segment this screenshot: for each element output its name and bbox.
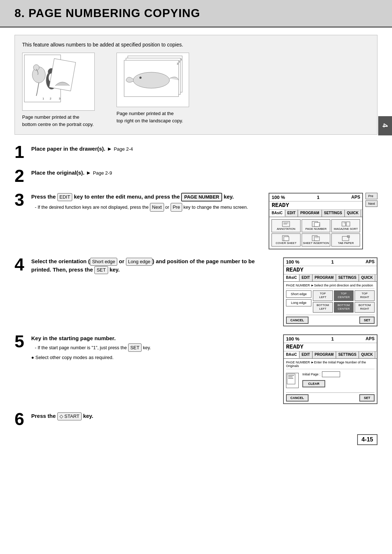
doc-icon: 1 xyxy=(286,373,299,388)
tab-program-3[interactable]: PROGRAM xyxy=(313,351,336,358)
intro-box: This feature allows numbers to be added … xyxy=(15,35,377,135)
step-content-3: Press the EDIT key to enter the edit men… xyxy=(31,193,377,249)
screen-3-ready: READY xyxy=(284,343,377,351)
screen-3-tabs: BAsiC EDIT PROGRAM SETTINGS QUICK xyxy=(284,351,377,359)
screen-2-mockup: 100 % 1 APS READY BAsiC EDIT PROGRAM SET… xyxy=(283,257,377,326)
screen-1-tabs: BAsiC EDIT PROGRAM SETTINGS QUICK xyxy=(269,210,362,217)
ip-initial-label: Initial Page : xyxy=(302,372,320,376)
next-btn[interactable]: Next xyxy=(366,200,377,207)
screen-3-copies: 1 xyxy=(331,336,334,342)
svg-rect-33 xyxy=(314,237,319,241)
tab-paper-btn[interactable]: TAB PAPER xyxy=(331,233,360,247)
tab-basic[interactable]: BAsiC xyxy=(269,210,285,217)
pre-key-inline: Pre xyxy=(171,203,182,212)
step-4-main: Select the orientation (Short edge or Lo… xyxy=(31,257,276,274)
svg-rect-38 xyxy=(288,375,294,376)
tab-settings-2[interactable]: SETTINGS xyxy=(336,274,359,281)
tab-quick[interactable]: QUICK xyxy=(345,210,361,217)
step-3-main: Press the EDIT key to enter the edit men… xyxy=(31,193,261,201)
tab-settings[interactable]: SETTINGS xyxy=(322,210,345,217)
step-4-with-screen: Select the orientation (Short edge or Lo… xyxy=(31,257,377,326)
next-key-inline: Next xyxy=(150,203,164,212)
screen-1-aps: APS xyxy=(351,195,360,200)
tab-edit-2[interactable]: EDIT xyxy=(299,274,313,281)
tab-basic-3[interactable]: BAsiC xyxy=(284,351,299,358)
step-content-5: Key in the starting page number. - If th… xyxy=(31,334,377,404)
step-number-4: 4 xyxy=(15,256,28,273)
bottom-center-btn[interactable]: BOTTOMCENTER xyxy=(334,302,354,313)
screen-1-body: ANNOTATION 12 PAGE NUMBER MAGAZINE SORT xyxy=(269,217,362,249)
long-edge-btn[interactable]: Long edge xyxy=(286,299,311,306)
tab-program[interactable]: PROGRAM xyxy=(298,210,322,217)
screen-1-mockup: 100 % 1 APS READY BAsiC EDIT PROGRAM SET… xyxy=(269,193,363,249)
ip-initial-section: Initial Page : CLEAR xyxy=(302,371,375,390)
svg-rect-39 xyxy=(288,376,293,377)
tab-quick-2[interactable]: QUICK xyxy=(359,274,375,281)
step-5-main: Key in the starting page number. xyxy=(31,334,276,342)
set-btn-3[interactable]: SET xyxy=(359,394,375,402)
ip-input-box[interactable] xyxy=(322,371,340,377)
edit-key: EDIT xyxy=(57,193,73,201)
portrait-example: 1 2 xyxy=(22,53,95,128)
cancel-btn-3[interactable]: CANCEL xyxy=(286,394,309,402)
short-edge-key: Short edge xyxy=(90,258,118,266)
top-center-btn[interactable]: TOPCENTER xyxy=(334,290,354,301)
magazine-sort-btn[interactable]: MAGAZINE SORT xyxy=(331,219,360,232)
step-number-2: 2 xyxy=(15,167,28,185)
annotation-btn[interactable]: ANNOTATION xyxy=(271,219,300,232)
screen-1-copies: 1 xyxy=(317,195,319,200)
sheet-insertion-btn[interactable]: SHEET INSERTION xyxy=(302,233,330,247)
svg-text:1: 1 xyxy=(180,58,182,61)
top-left-btn[interactable]: TOPLEFT xyxy=(313,290,333,301)
screen-3-mockup: 100 % 1 APS READY BAsiC EDIT PROGRAM SET… xyxy=(283,334,377,404)
screen-1-status: 100 % 1 APS xyxy=(269,194,362,201)
cover-sheet-btn[interactable]: COVER SHEET xyxy=(271,233,300,247)
page-number-key: PAGE NUMBER xyxy=(181,193,222,201)
step-5: 5 Key in the starting page number. - If … xyxy=(15,334,377,404)
tab-quick-3[interactable]: QUICK xyxy=(359,351,375,358)
tab-basic-2[interactable]: BAsiC xyxy=(284,274,299,281)
svg-point-19 xyxy=(139,77,142,79)
bottom-right-btn[interactable]: BOTTOMRIGHT xyxy=(355,302,375,313)
pn-grid: Short edge Long edge TOPLEFT TOPCENTER T… xyxy=(286,290,375,313)
step-1-text: Place paper in the drawer(s). ► Page 2-4 xyxy=(31,145,377,152)
svg-rect-27 xyxy=(342,222,346,226)
screen-2-container: 100 % 1 APS READY BAsiC EDIT PROGRAM SET… xyxy=(283,257,377,326)
set-btn-2[interactable]: SET xyxy=(359,317,375,324)
set-key-4: SET xyxy=(94,266,108,274)
step-content-1: Place paper in the drawer(s). ► Page 2-4 xyxy=(31,145,377,154)
pn-edge-buttons: Short edge Long edge xyxy=(286,290,311,313)
svg-rect-40 xyxy=(288,378,293,379)
screen-2-aps: APS xyxy=(366,259,375,265)
intro-description: This feature allows numbers to be added … xyxy=(22,42,370,48)
tab-settings-3[interactable]: SETTINGS xyxy=(336,351,359,358)
tab-program-2[interactable]: PROGRAM xyxy=(313,274,336,281)
pn-positions-grid: TOPLEFT TOPCENTER TOPRIGHT BOTTOMLEFT BO… xyxy=(313,290,375,313)
landscape-image: 1 2 3 xyxy=(117,53,189,107)
screen-3-body: PAGE NUMBER ►Enter the Initial Page Numb… xyxy=(284,359,377,403)
pre-btn[interactable]: Pre xyxy=(366,193,377,199)
screen-1-container: 100 % 1 APS READY BAsiC EDIT PROGRAM SET… xyxy=(269,193,377,249)
step-3-text-part: Press the EDIT key to enter the edit men… xyxy=(31,193,261,212)
screen-2-percent: 100 % xyxy=(286,259,299,265)
short-edge-btn[interactable]: Short edge xyxy=(286,290,311,298)
tab-edit[interactable]: EDIT xyxy=(285,210,298,217)
tab-edit-3[interactable]: EDIT xyxy=(299,351,313,358)
clear-btn[interactable]: CLEAR xyxy=(302,380,325,387)
screen-2-tabs: BAsiC EDIT PROGRAM SETTINGS QUICK xyxy=(284,274,377,282)
screen-1-side-nav: Pre Next xyxy=(366,193,377,207)
ip-content: 1 Ini xyxy=(286,371,375,390)
screen-3-container: 100 % 1 APS READY BAsiC EDIT PROGRAM SET… xyxy=(283,334,377,404)
pn-instruction: PAGE NUMBER ►Select the print direction … xyxy=(286,284,375,289)
screen-2-ready: READY xyxy=(284,266,377,274)
landscape-example: 1 2 3 Page number printed at the top xyxy=(117,53,189,124)
top-right-btn[interactable]: TOPRIGHT xyxy=(355,290,375,301)
bottom-left-btn[interactable]: BOTTOMLEFT xyxy=(313,302,333,313)
pn-footer: CANCEL SET xyxy=(286,315,375,324)
landscape-caption: Page number printed at the top right on … xyxy=(117,110,183,124)
ip-footer: CANCEL SET xyxy=(286,392,375,402)
page-number-btn[interactable]: 12 PAGE NUMBER xyxy=(302,219,330,232)
step-2: 2 Place the original(s). ► Page 2-9 xyxy=(15,169,377,185)
cancel-btn-2[interactable]: CANCEL xyxy=(286,317,309,324)
screen-2-copies: 1 xyxy=(331,259,334,265)
